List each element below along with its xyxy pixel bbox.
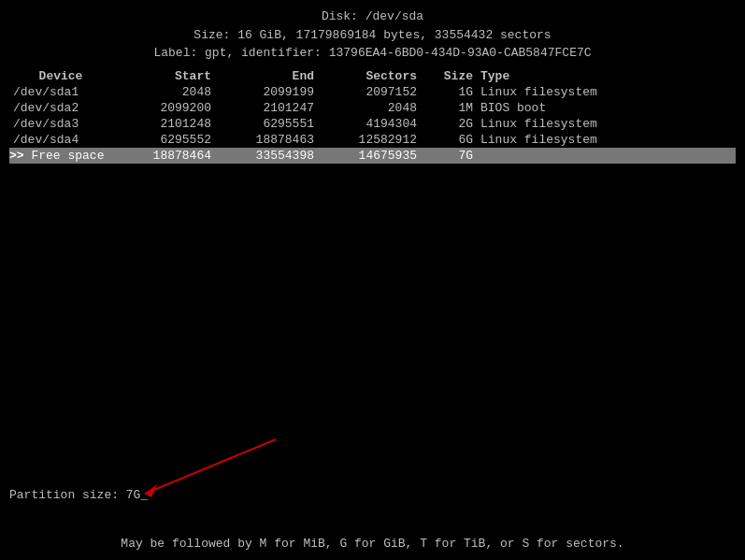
- partition-rows: /dev/sda1 2048 2099199 2097152 1G Linux …: [9, 84, 736, 164]
- col-header-device: Device: [9, 68, 112, 84]
- partition-table-container: Device Start End Sectors Size Type /dev/…: [0, 68, 745, 164]
- table-row[interactable]: /dev/sda2 2099200 2101247 2048 1M BIOS b…: [9, 100, 736, 116]
- cell-sectors: 12582912: [318, 132, 421, 148]
- cell-end: 6295551: [215, 116, 318, 132]
- cell-sectors: 2097152: [318, 84, 421, 100]
- table-header-row: Device Start End Sectors Size Type: [9, 68, 736, 84]
- cell-device: /dev/sda4: [9, 132, 112, 148]
- partition-size-prompt[interactable]: Partition size: 7G_: [9, 488, 148, 502]
- cell-type: Linux filesystem: [477, 116, 736, 132]
- table-row[interactable]: /dev/sda3 2101248 6295551 4194304 2G Lin…: [9, 116, 736, 132]
- cell-end: 2099199: [215, 84, 318, 100]
- freespace-size: 7G: [421, 148, 477, 164]
- cell-size: 1M: [421, 100, 477, 116]
- table-row[interactable]: /dev/sda4 6295552 18878463 12582912 6G L…: [9, 132, 736, 148]
- cell-end: 2101247: [215, 100, 318, 116]
- partition-size-label: Partition size: 7G: [9, 488, 140, 502]
- cell-type: Linux filesystem: [477, 132, 736, 148]
- cursor: _: [140, 488, 148, 502]
- partition-table: Device Start End Sectors Size Type /dev/…: [9, 68, 736, 164]
- freespace-type: [477, 148, 736, 164]
- cell-sectors: 2048: [318, 100, 421, 116]
- disk-header: Disk: /dev/sda Size: 16 GiB, 17179869184…: [0, 7, 745, 63]
- freespace-arrow-cell: >> Free space: [9, 148, 112, 164]
- cell-start: 6295552: [112, 132, 215, 148]
- col-header-sectors: Sectors: [318, 68, 421, 84]
- freespace-row[interactable]: >> Free space 18878464 33554398 14675935…: [9, 148, 736, 164]
- col-header-size: Size: [421, 68, 477, 84]
- cell-type: BIOS boot: [477, 100, 736, 116]
- col-header-end: End: [215, 68, 318, 84]
- disk-title: Disk: /dev/sda: [0, 7, 745, 26]
- cell-device: /dev/sda2: [9, 100, 112, 116]
- freespace-label: Free space: [31, 149, 104, 163]
- red-arrow: [0, 327, 318, 500]
- cell-start: 2099200: [112, 100, 215, 116]
- cell-end: 18878463: [215, 132, 318, 148]
- table-row[interactable]: /dev/sda1 2048 2099199 2097152 1G Linux …: [9, 84, 736, 100]
- cell-type: Linux filesystem: [477, 84, 736, 100]
- svg-line-0: [145, 439, 276, 494]
- cell-size: 6G: [421, 132, 477, 148]
- cell-size: 2G: [421, 116, 477, 132]
- cell-device: /dev/sda3: [9, 116, 112, 132]
- cell-start: 2048: [112, 84, 215, 100]
- cell-device: /dev/sda1: [9, 84, 112, 100]
- disk-label-line: Label: gpt, identifier: 13796EA4-6BD0-43…: [0, 44, 745, 63]
- footer-help: May be followed by M for MiB, G for GiB,…: [0, 537, 745, 551]
- cell-sectors: 4194304: [318, 116, 421, 132]
- cell-size: 1G: [421, 84, 477, 100]
- cell-start: 2101248: [112, 116, 215, 132]
- freespace-sectors: 14675935: [318, 148, 421, 164]
- disk-size-line: Size: 16 GiB, 17179869184 bytes, 3355443…: [0, 26, 745, 45]
- col-header-type: Type: [477, 68, 736, 84]
- col-header-start: Start: [112, 68, 215, 84]
- freespace-end: 33554398: [215, 148, 318, 164]
- freespace-start: 18878464: [112, 148, 215, 164]
